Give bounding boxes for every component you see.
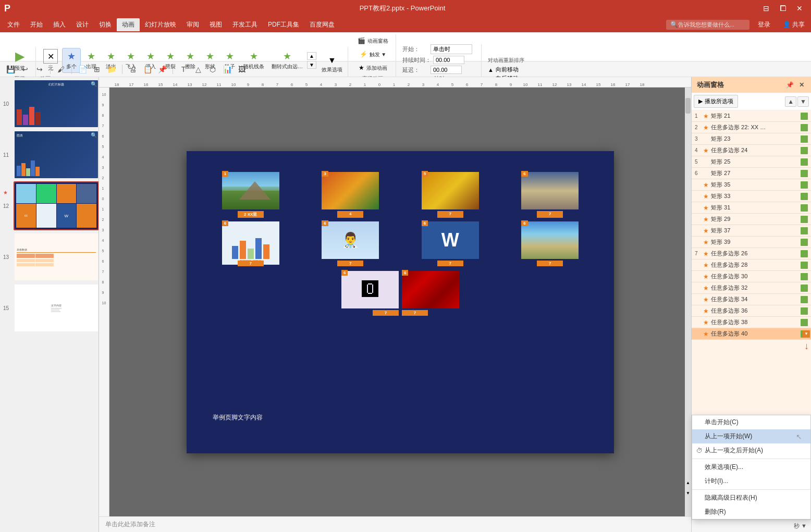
slide-thumb-12[interactable]: XX W — [14, 181, 99, 230]
scroll-up-button[interactable]: ▲ — [307, 52, 316, 60]
paste-button[interactable]: 📌 — [156, 63, 168, 76]
red-arrow-row: ↓ — [692, 340, 811, 353]
menu-pdf[interactable]: PDF工具集 — [263, 18, 304, 31]
redo-button[interactable]: ↪ — [33, 63, 46, 76]
new-slide-button[interactable]: 📄 — [76, 63, 89, 76]
duration-value[interactable]: 00.00 — [433, 56, 464, 64]
menu-design[interactable]: 设计 — [71, 18, 94, 31]
start-value[interactable]: 单击时 — [431, 44, 472, 54]
anim-item-rect31[interactable]: ★ 矩形 31 — [692, 202, 811, 214]
menu-home[interactable]: 开始 — [25, 18, 48, 31]
anim-item-rect39[interactable]: ★ 矩形 39 — [692, 237, 811, 248]
anim-item-poly36[interactable]: ★ 任意多边形 36 — [692, 305, 811, 317]
anim-item-poly30[interactable]: ★ 任意多边形 30 — [692, 271, 811, 282]
menu-baidu[interactable]: 百度网盘 — [304, 18, 340, 31]
anim-item-poly28[interactable]: ★ 任意多边形 28 — [692, 259, 811, 271]
zoom-icon-10[interactable]: 🔍 — [91, 81, 97, 87]
scrollbar-thumb-v[interactable] — [685, 98, 691, 114]
move-forward-button[interactable]: ▲ 向前移动 — [488, 66, 524, 73]
slide-thumb-15[interactable]: 文字内容 — [14, 283, 99, 332]
scroll-down-btn[interactable]: ▼ — [685, 491, 691, 496]
section-button[interactable]: 📁 — [105, 63, 118, 76]
image-button[interactable]: 🖼 — [236, 63, 248, 76]
anim-item-3[interactable]: 3 ★ 矩形 23 — [692, 133, 811, 145]
ctx-hide-timeline[interactable]: 隐藏高级日程表(H) — [692, 491, 810, 505]
save-button[interactable]: 💾 — [4, 63, 17, 76]
slide-img-10: 幻灯片标题 — [15, 80, 98, 127]
menu-transitions[interactable]: 切换 — [94, 18, 117, 31]
slide-thumb-10[interactable]: 幻灯片标题 🔍 — [14, 79, 99, 128]
menu-view[interactable]: 视图 — [204, 18, 227, 31]
anim-item-4[interactable]: 4 ★ 任意多边形 24 — [692, 145, 811, 156]
animation-pane-icon: 🎬 — [358, 37, 365, 44]
print-button[interactable]: 🖨 — [127, 63, 139, 76]
search-box[interactable]: 🔍 告诉我您想要做什么... — [666, 20, 749, 30]
ctx-click-start[interactable]: 单击开始(C) — [692, 415, 810, 429]
photo-item-5: 5 — [422, 172, 479, 209]
effect-options-button[interactable]: ▼ 效果选项 — [318, 54, 346, 76]
slide-thumb-wrapper-12: 12 ★ XX W — [2, 181, 96, 230]
scroll-down-button[interactable]: ▼ — [307, 61, 316, 69]
menu-slideshow[interactable]: 幻灯片放映 — [140, 18, 181, 31]
anim-wheel-icon: ★ — [226, 51, 234, 62]
anim-item-poly34[interactable]: ★ 任意多边形 34 — [692, 294, 811, 305]
pin-button[interactable]: 📌 — [784, 81, 795, 89]
delay-label: 延迟： — [402, 66, 428, 74]
copy-button[interactable]: 📋 — [141, 63, 154, 76]
menu-file[interactable]: 文件 — [2, 18, 25, 31]
menu-animations[interactable]: 动画 — [117, 18, 140, 31]
anim-item-poly38[interactable]: ★ 任意多边形 38 — [692, 317, 811, 328]
slide-thumb-13[interactable]: 表格数据 — [14, 232, 99, 281]
anim-dropdown-trigger[interactable]: ▼ — [803, 330, 810, 338]
anim-item-poly32[interactable]: ★ 任意多边形 32 — [692, 282, 811, 294]
menu-review[interactable]: 审阅 — [181, 18, 204, 31]
panel-down-button[interactable]: ▼ — [797, 96, 809, 107]
chart-button[interactable]: 📊 — [221, 63, 234, 76]
layout-button[interactable]: ⊞ — [91, 63, 103, 76]
restore-button[interactable]: ⧠ — [776, 1, 790, 16]
canvas-wrapper: 18 17 16 15 14 13 12 11 10 9 8 7 6 5 4 3… — [99, 77, 691, 532]
anim-item-rect33[interactable]: ★ 矩形 33 — [692, 191, 811, 202]
anim-item-6[interactable]: 6 ★ 矩形 27 — [692, 168, 811, 179]
scroll-up-btn[interactable]: ▲ — [685, 480, 691, 485]
slide-canvas-container[interactable]: 1 3 — [109, 88, 691, 516]
trigger-button[interactable]: ⚡ 触发 ▼ — [357, 48, 390, 60]
text-button[interactable]: T — [177, 63, 190, 76]
menu-insert[interactable]: 插入 — [48, 18, 71, 31]
slide-12[interactable]: 1 3 — [187, 151, 614, 453]
ctx-delete[interactable]: 删除(R) — [692, 505, 810, 519]
anim-item-rect37[interactable]: ★ 矩形 37 — [692, 225, 811, 237]
photo-beach: 6 — [521, 221, 579, 265]
animation-pane-button[interactable]: 🎬 动画窗格 — [354, 34, 391, 47]
panel-close-button[interactable]: ✕ — [797, 81, 806, 89]
panel-up-button[interactable]: ▲ — [785, 96, 796, 107]
notes-bar[interactable]: 单击此处添加备注 — [99, 516, 691, 532]
anim-item-1[interactable]: 1 ★ 矩形 21 — [692, 110, 811, 122]
play-all-button[interactable]: ▶ 播放所选项 — [694, 95, 738, 108]
smartart-button[interactable]: ⬡ — [206, 63, 219, 76]
undo-button[interactable]: ↩ — [19, 63, 31, 76]
anim-item-rect29[interactable]: ★ 矩形 29 — [692, 214, 811, 225]
close-button[interactable]: ✕ — [792, 1, 807, 16]
format-painter-button[interactable]: 🖌 — [55, 63, 67, 76]
anim-item-2[interactable]: 2 ★ 任意多边形 22: XX … — [692, 122, 811, 133]
share-button[interactable]: 👤 共享 — [779, 19, 809, 30]
ctx-timing[interactable]: 计时(I)... — [692, 474, 810, 488]
slide-thumb-11[interactable]: 图表 🔍 — [14, 130, 99, 179]
zoom-icon-11[interactable]: 🔍 — [91, 132, 97, 138]
anim-flip-button[interactable]: ★ 翻转式由远… — [268, 48, 306, 72]
menu-devtools[interactable]: 开发工具 — [227, 18, 263, 31]
login-button[interactable]: 登录 — [754, 19, 775, 30]
add-animation-button[interactable]: ★ 添加动画 — [355, 61, 390, 74]
anim-item-7[interactable]: 7 ★ 任意多边形 26 — [692, 248, 811, 259]
ctx-after-previous[interactable]: ⏱ 从上一项之后开始(A) — [692, 443, 810, 457]
anim-item-poly40[interactable]: ★ 任意多边形 40 ▼ — [692, 328, 811, 340]
delay-value[interactable]: 00.00 — [431, 66, 462, 74]
ctx-with-previous[interactable]: 从上一项开始(W) ↖ — [692, 429, 810, 443]
minimize-button[interactable]: ⊟ — [759, 1, 773, 16]
anim-item-rect35[interactable]: ★ 矩形 35 — [692, 179, 811, 191]
anim-item-5[interactable]: 5 ★ 矩形 25 — [692, 156, 811, 168]
vertical-scrollbar[interactable]: ▲ ▼ — [685, 88, 691, 516]
shapes-button[interactable]: △ — [192, 63, 204, 76]
ctx-effect-options[interactable]: 效果选项(E)... — [692, 460, 810, 474]
